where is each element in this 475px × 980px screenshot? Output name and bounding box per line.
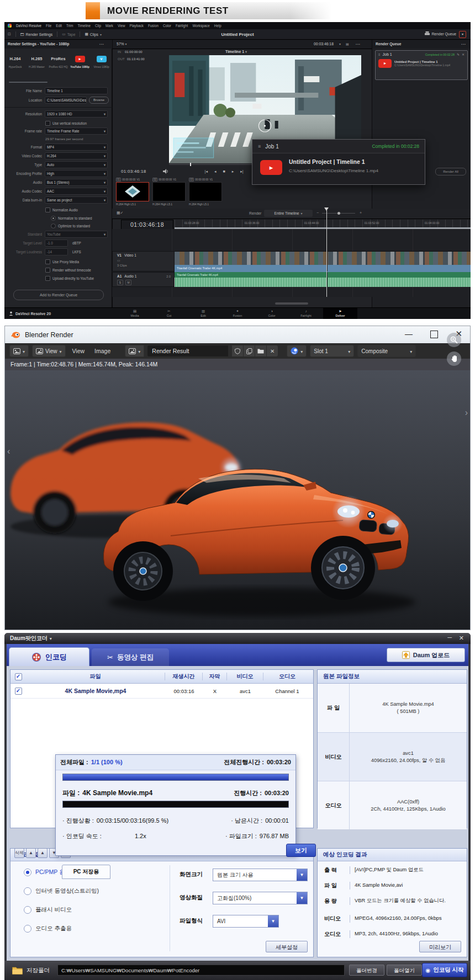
render-without-timecode-checkbox[interactable] — [45, 268, 50, 273]
view-mode-select[interactable]: View — [32, 345, 66, 357]
track-lock-icon[interactable]: ▭ — [117, 259, 120, 262]
render-clip-card-3[interactable]: 0300:00:00:00V1 H.264 High L5.1 — [189, 177, 222, 206]
optimize-standard-radio[interactable] — [51, 223, 56, 228]
screen-size-select[interactable]: 원본 크기 사용▼ — [213, 869, 308, 881]
menu-item-fairlight[interactable]: Fairlight — [176, 24, 188, 28]
drag-handle-icon[interactable]: ≡ — [258, 143, 261, 149]
render-queue-toggle-button[interactable]: Render Queue — [425, 31, 456, 36]
render-all-button[interactable]: Render All — [435, 168, 466, 175]
queue-options-icon[interactable] — [461, 42, 466, 46]
type-select[interactable]: Auto — [45, 161, 108, 168]
menu-item-playback[interactable]: Playback — [129, 24, 144, 28]
menu-item-timeline[interactable]: Timeline — [77, 24, 91, 28]
image-datablock-icon-button[interactable] — [125, 345, 144, 357]
render-clip-card-2[interactable]: 0200:00:00:00V1 H.264 High L5.1 — [152, 177, 186, 206]
render-clip-card-1[interactable]: 0100:00:00:00V1 H.264 High L5.1 — [116, 177, 149, 206]
menu-item-mark[interactable]: Mark — [105, 24, 113, 28]
tab-cut[interactable]: ✂Cut — [152, 308, 186, 319]
move-top-button[interactable]: ▲ — [26, 848, 36, 858]
timeline-selector[interactable]: Timeline 1 — [225, 50, 247, 54]
preset-h265[interactable]: H.265H.265 Master — [26, 51, 48, 81]
tab-encoding[interactable]: 인코딩 — [9, 647, 89, 666]
menu-item-workspace[interactable]: Workspace — [192, 24, 209, 28]
menu-item-view[interactable]: View — [118, 24, 125, 28]
step-back-button[interactable] — [214, 169, 217, 174]
slot-select[interactable]: Slot 1 — [310, 345, 354, 357]
clip-thumbnail[interactable] — [116, 182, 149, 201]
radio-flash[interactable]: 플래시 비디오 — [24, 906, 72, 914]
vertical-resolution-checkbox[interactable] — [45, 121, 50, 126]
filmstrip-icon[interactable]: ▤ — [346, 42, 349, 46]
preview-view-button[interactable]: 보기 — [286, 844, 316, 857]
delete-job-icon[interactable]: ✕ — [462, 52, 465, 56]
preset-h264[interactable]: H.264HyperDeck — [4, 51, 26, 81]
stop-button[interactable] — [223, 169, 225, 173]
menu-image[interactable]: Image — [94, 348, 110, 354]
potencoder-titlebar[interactable]: Daum팟인코더 ▾ ─ ✕ — [4, 633, 471, 644]
render-range-select[interactable]: Entire Timeline — [264, 210, 313, 217]
delete-file-button[interactable]: 삭제 — [14, 848, 24, 858]
video-track-header[interactable]: V1Video 1 ▭ 3 Clips — [112, 251, 175, 271]
menu-item-help[interactable]: Help — [214, 24, 221, 28]
file-name-field[interactable]: Timeline 1 — [45, 87, 108, 94]
open-folder-button[interactable]: 폴더열기 — [387, 965, 422, 976]
menu-item-trim[interactable]: Trim — [66, 24, 73, 28]
scrub-playhead[interactable] — [190, 163, 191, 166]
preset-scrollbar[interactable] — [9, 82, 48, 83]
menu-view[interactable]: View — [72, 348, 85, 354]
menu-item-fusion[interactable]: Fusion — [148, 24, 159, 28]
column-audio[interactable]: 오디오 — [263, 673, 311, 680]
mute-button[interactable]: M — [125, 280, 131, 285]
pass-select[interactable]: Composite — [357, 345, 416, 357]
clip-thumbnail[interactable] — [189, 182, 222, 201]
daum-upload-button[interactable]: Daum 업로드 — [387, 648, 465, 662]
render-queue-dropdown[interactable]: ▾ — [459, 31, 466, 38]
image-datablock-name[interactable]: Render Result — [147, 345, 228, 356]
radio-streaming[interactable]: 인터넷 동영상(스트리밍) — [24, 887, 99, 895]
menu-item-file[interactable]: File — [46, 24, 51, 28]
quality-select[interactable]: 고화질(100%)▼ — [213, 892, 308, 904]
tab-video-edit[interactable]: ✂ 동영상 편집 — [92, 648, 169, 666]
column-file[interactable]: 파일 — [26, 673, 165, 680]
play-button[interactable] — [232, 169, 234, 174]
chevron-down-icon[interactable] — [339, 42, 341, 46]
zoom-out-icon[interactable]: − — [316, 211, 319, 215]
tab-fusion[interactable]: ✦Fusion — [220, 308, 255, 319]
menu-item-edit[interactable]: Edit — [56, 24, 62, 28]
file-format-select[interactable]: AVI▼ — [213, 915, 279, 928]
change-folder-button[interactable]: 폴더변경 — [349, 965, 384, 976]
preset-tab-pc[interactable]: PC 저장용 — [62, 865, 110, 879]
minimize-button[interactable]: — — [404, 329, 414, 338]
maximize-button[interactable] — [430, 331, 438, 338]
preset-vimeo[interactable]: vVimeo 1080p — [91, 51, 112, 81]
job-completed-popup[interactable]: ≡ Job 1 Completed in 00:02:28 ▸ Untitled… — [252, 139, 425, 185]
tab-deliver[interactable]: ➤Deliver — [323, 308, 357, 319]
data-burnin-select[interactable]: Same as project — [45, 196, 108, 204]
radio-audio-extract[interactable]: 오디오 추출용 — [24, 925, 72, 933]
file-checkbox[interactable]: ✓ — [15, 688, 22, 695]
chevron-down-icon[interactable]: ▾ — [50, 636, 52, 641]
close-button[interactable]: ✕ — [459, 635, 464, 642]
file-row[interactable]: ✓ 4K Sample Movie,mp4 00:03:16 X avc1 Ch… — [10, 684, 313, 699]
speaker-icon[interactable] — [163, 169, 168, 174]
pin-image-button[interactable] — [287, 345, 307, 357]
audio-bus-select[interactable]: Bus 1 (Stereo) — [45, 179, 108, 186]
menu-item-clip[interactable]: Clip — [95, 24, 101, 28]
format-select[interactable]: MP4 — [45, 143, 108, 151]
panel-options-icon[interactable] — [99, 42, 104, 46]
frame-rate-select[interactable]: Timeline Frame Rate — [45, 127, 108, 135]
audio-clip[interactable]: Titanfall Cinematic Trailer 4K.mp4 — [175, 272, 471, 287]
encoding-profile-select[interactable]: High — [45, 170, 108, 177]
video-codec-select[interactable]: H.264 — [45, 152, 108, 159]
timeline-options-icon[interactable]: ▦✓ — [117, 211, 123, 215]
go-to-end-button[interactable] — [240, 169, 243, 174]
clip-thumbnail[interactable] — [152, 182, 186, 201]
drag-handle-icon[interactable]: ≡ — [378, 53, 381, 56]
render-job-card[interactable]: ≡ Job 1 Completed in 00:02:28 ✎ ✕ ▸ Unti… — [375, 50, 468, 80]
solo-button[interactable]: S — [117, 280, 123, 285]
normalize-audio-checkbox[interactable] — [45, 207, 50, 212]
open-folder-icon[interactable] — [255, 345, 266, 356]
save-folder-path[interactable]: C:₩Users₩SAMSUNG₩Documents₩Daum₩PotEncod… — [57, 965, 345, 976]
resolution-select[interactable]: 1920 x 1080 HD — [45, 110, 108, 118]
zoom-tool-icon[interactable] — [447, 333, 461, 347]
